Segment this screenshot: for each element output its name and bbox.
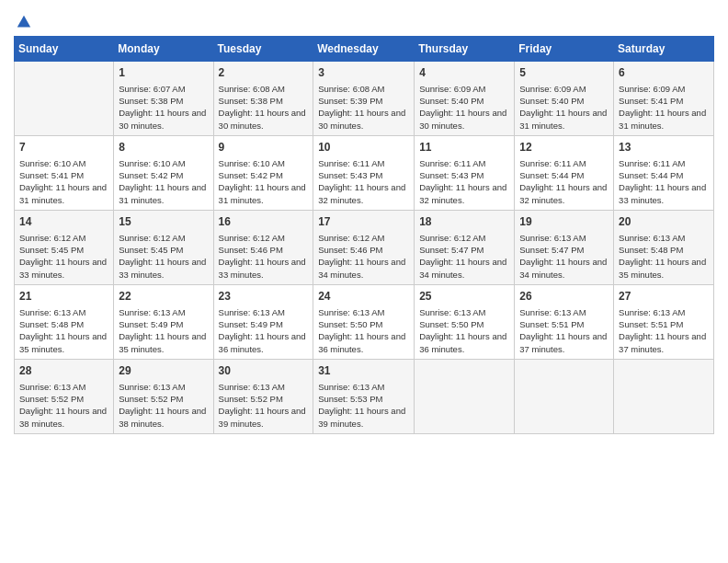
day-number: 29 <box>119 363 208 379</box>
calendar-cell: 3Sunrise: 6:08 AM Sunset: 5:39 PM Daylig… <box>313 62 415 136</box>
calendar-cell: 29Sunrise: 6:13 AM Sunset: 5:52 PM Dayli… <box>114 359 213 433</box>
calendar-cell: 11Sunrise: 6:11 AM Sunset: 5:43 PM Dayli… <box>415 135 515 210</box>
calendar-cell <box>15 62 114 136</box>
day-info: Sunrise: 6:13 AM Sunset: 5:52 PM Dayligh… <box>19 381 108 430</box>
calendar-cell <box>515 359 614 433</box>
day-info: Sunrise: 6:13 AM Sunset: 5:50 PM Dayligh… <box>419 306 509 355</box>
calendar-cell: 2Sunrise: 6:08 AM Sunset: 5:38 PM Daylig… <box>213 62 313 136</box>
day-info: Sunrise: 6:11 AM Sunset: 5:44 PM Dayligh… <box>619 157 709 206</box>
day-info: Sunrise: 6:13 AM Sunset: 5:52 PM Dayligh… <box>119 381 208 430</box>
day-number: 3 <box>318 65 409 81</box>
day-info: Sunrise: 6:11 AM Sunset: 5:44 PM Dayligh… <box>519 157 609 206</box>
day-info: Sunrise: 6:13 AM Sunset: 5:51 PM Dayligh… <box>619 306 709 355</box>
calendar-cell: 28Sunrise: 6:13 AM Sunset: 5:52 PM Dayli… <box>15 359 114 433</box>
header-day-monday: Monday <box>114 37 213 62</box>
calendar-cell: 8Sunrise: 6:10 AM Sunset: 5:42 PM Daylig… <box>114 135 213 210</box>
day-number: 20 <box>619 214 709 230</box>
calendar-cell: 4Sunrise: 6:09 AM Sunset: 5:40 PM Daylig… <box>415 62 515 136</box>
day-number: 24 <box>318 289 409 304</box>
day-number: 30 <box>219 363 309 379</box>
day-info: Sunrise: 6:13 AM Sunset: 5:47 PM Dayligh… <box>519 232 609 281</box>
day-info: Sunrise: 6:12 AM Sunset: 5:47 PM Dayligh… <box>419 232 509 281</box>
calendar-cell: 30Sunrise: 6:13 AM Sunset: 5:52 PM Dayli… <box>213 359 313 433</box>
svg-marker-0 <box>17 16 30 28</box>
calendar-cell: 17Sunrise: 6:12 AM Sunset: 5:46 PM Dayli… <box>313 210 415 284</box>
calendar-table: SundayMondayTuesdayWednesdayThursdayFrid… <box>14 36 714 434</box>
day-info: Sunrise: 6:13 AM Sunset: 5:49 PM Dayligh… <box>219 306 309 355</box>
day-info: Sunrise: 6:11 AM Sunset: 5:43 PM Dayligh… <box>419 157 509 206</box>
day-number: 26 <box>519 289 609 304</box>
calendar-cell: 26Sunrise: 6:13 AM Sunset: 5:51 PM Dayli… <box>515 284 614 359</box>
logo <box>14 14 32 30</box>
calendar-cell: 24Sunrise: 6:13 AM Sunset: 5:50 PM Dayli… <box>313 284 415 359</box>
day-info: Sunrise: 6:10 AM Sunset: 5:42 PM Dayligh… <box>219 157 309 206</box>
day-number: 21 <box>19 289 108 304</box>
calendar-cell: 15Sunrise: 6:12 AM Sunset: 5:45 PM Dayli… <box>114 210 213 284</box>
day-number: 4 <box>419 65 509 81</box>
day-info: Sunrise: 6:10 AM Sunset: 5:41 PM Dayligh… <box>19 157 108 206</box>
calendar-cell: 9Sunrise: 6:10 AM Sunset: 5:42 PM Daylig… <box>213 135 313 210</box>
day-number: 14 <box>19 214 108 230</box>
day-number: 27 <box>619 289 709 304</box>
day-info: Sunrise: 6:13 AM Sunset: 5:50 PM Dayligh… <box>318 306 409 355</box>
calendar-cell: 31Sunrise: 6:13 AM Sunset: 5:53 PM Dayli… <box>313 359 415 433</box>
week-row-5: 28Sunrise: 6:13 AM Sunset: 5:52 PM Dayli… <box>15 359 714 433</box>
day-number: 10 <box>318 140 409 155</box>
week-row-4: 21Sunrise: 6:13 AM Sunset: 5:48 PM Dayli… <box>15 284 714 359</box>
day-info: Sunrise: 6:09 AM Sunset: 5:40 PM Dayligh… <box>419 83 509 132</box>
day-info: Sunrise: 6:13 AM Sunset: 5:52 PM Dayligh… <box>219 381 309 430</box>
day-info: Sunrise: 6:10 AM Sunset: 5:42 PM Dayligh… <box>119 157 208 206</box>
day-number: 7 <box>19 140 108 155</box>
calendar-cell: 18Sunrise: 6:12 AM Sunset: 5:47 PM Dayli… <box>415 210 515 284</box>
day-info: Sunrise: 6:07 AM Sunset: 5:38 PM Dayligh… <box>119 83 208 132</box>
week-row-1: 1Sunrise: 6:07 AM Sunset: 5:38 PM Daylig… <box>15 62 714 136</box>
day-number: 28 <box>19 363 108 379</box>
day-info: Sunrise: 6:08 AM Sunset: 5:38 PM Dayligh… <box>219 83 309 132</box>
day-number: 5 <box>519 65 609 81</box>
day-number: 11 <box>419 140 509 155</box>
day-number: 18 <box>419 214 509 230</box>
calendar-cell: 20Sunrise: 6:13 AM Sunset: 5:48 PM Dayli… <box>614 210 714 284</box>
calendar-cell: 14Sunrise: 6:12 AM Sunset: 5:45 PM Dayli… <box>15 210 114 284</box>
day-number: 8 <box>119 140 208 155</box>
day-info: Sunrise: 6:13 AM Sunset: 5:51 PM Dayligh… <box>519 306 609 355</box>
day-info: Sunrise: 6:11 AM Sunset: 5:43 PM Dayligh… <box>318 157 409 206</box>
calendar-cell <box>415 359 515 433</box>
calendar-header-row: SundayMondayTuesdayWednesdayThursdayFrid… <box>15 37 714 62</box>
day-info: Sunrise: 6:13 AM Sunset: 5:53 PM Dayligh… <box>318 381 409 430</box>
calendar-cell: 19Sunrise: 6:13 AM Sunset: 5:47 PM Dayli… <box>515 210 614 284</box>
calendar-cell: 7Sunrise: 6:10 AM Sunset: 5:41 PM Daylig… <box>15 135 114 210</box>
calendar-cell: 16Sunrise: 6:12 AM Sunset: 5:46 PM Dayli… <box>213 210 313 284</box>
day-info: Sunrise: 6:09 AM Sunset: 5:41 PM Dayligh… <box>619 83 709 132</box>
calendar-cell: 22Sunrise: 6:13 AM Sunset: 5:49 PM Dayli… <box>114 284 213 359</box>
header-day-friday: Friday <box>515 37 614 62</box>
header-day-wednesday: Wednesday <box>313 37 415 62</box>
header-day-tuesday: Tuesday <box>213 37 313 62</box>
logo-icon <box>16 14 32 30</box>
day-info: Sunrise: 6:08 AM Sunset: 5:39 PM Dayligh… <box>318 83 409 132</box>
day-number: 13 <box>619 140 709 155</box>
calendar-cell: 21Sunrise: 6:13 AM Sunset: 5:48 PM Dayli… <box>15 284 114 359</box>
calendar-cell: 23Sunrise: 6:13 AM Sunset: 5:49 PM Dayli… <box>213 284 313 359</box>
day-info: Sunrise: 6:12 AM Sunset: 5:45 PM Dayligh… <box>119 232 208 281</box>
day-number: 12 <box>519 140 609 155</box>
day-number: 15 <box>119 214 208 230</box>
day-number: 31 <box>318 363 409 379</box>
day-number: 17 <box>318 214 409 230</box>
header <box>14 9 714 30</box>
day-number: 23 <box>219 289 309 304</box>
day-number: 1 <box>119 65 208 81</box>
calendar-cell <box>614 359 714 433</box>
calendar-cell: 5Sunrise: 6:09 AM Sunset: 5:40 PM Daylig… <box>515 62 614 136</box>
day-info: Sunrise: 6:12 AM Sunset: 5:46 PM Dayligh… <box>318 232 409 281</box>
day-number: 2 <box>219 65 309 81</box>
calendar-cell: 27Sunrise: 6:13 AM Sunset: 5:51 PM Dayli… <box>614 284 714 359</box>
calendar-cell: 6Sunrise: 6:09 AM Sunset: 5:41 PM Daylig… <box>614 62 714 136</box>
week-row-3: 14Sunrise: 6:12 AM Sunset: 5:45 PM Dayli… <box>15 210 714 284</box>
calendar-cell: 1Sunrise: 6:07 AM Sunset: 5:38 PM Daylig… <box>114 62 213 136</box>
day-info: Sunrise: 6:12 AM Sunset: 5:45 PM Dayligh… <box>19 232 108 281</box>
day-number: 6 <box>619 65 709 81</box>
header-day-sunday: Sunday <box>15 37 114 62</box>
day-number: 19 <box>519 214 609 230</box>
calendar-cell: 25Sunrise: 6:13 AM Sunset: 5:50 PM Dayli… <box>415 284 515 359</box>
